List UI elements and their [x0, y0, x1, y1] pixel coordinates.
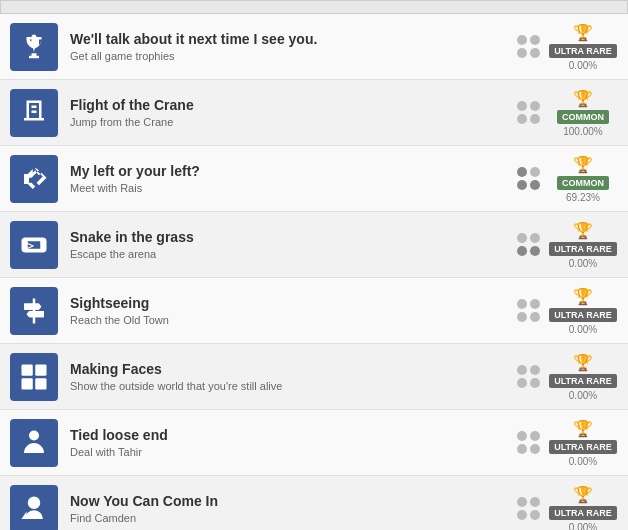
trophy-row: Sightseeing Reach the Old Town 🏆 ULTRA R…: [0, 278, 628, 344]
dot: [517, 510, 527, 520]
dot: [517, 312, 527, 322]
trophy-desc: Get all game trophies: [70, 50, 517, 62]
dot: [530, 312, 540, 322]
dot: [517, 167, 527, 177]
dots-grid: [517, 167, 540, 190]
svg-point-9: [29, 430, 39, 440]
dot: [530, 180, 540, 190]
dot: [530, 246, 540, 256]
rarity-block: 🏆 ULTRA RARE 0.00%: [548, 287, 618, 335]
dot: [530, 35, 540, 45]
trophy-right: 🏆 ULTRA RARE 0.00%: [517, 287, 618, 335]
trophy-info: Making Faces Show the outside world that…: [70, 361, 517, 392]
dot: [530, 299, 540, 309]
dot: [530, 233, 540, 243]
trophy-row: Tied loose end Deal with Tahir 🏆 ULTRA R…: [0, 410, 628, 476]
rarity-badge: COMMON: [557, 176, 609, 190]
trophy-title: Now You Can Come In: [70, 493, 517, 509]
dot: [517, 497, 527, 507]
rarity-percentage: 69.23%: [566, 192, 600, 203]
rarity-percentage: 0.00%: [569, 258, 597, 269]
trophy-right: 🏆 ULTRA RARE 0.00%: [517, 419, 618, 467]
trophy-row: ⊳ Snake in the grass Escape the arena 🏆 …: [0, 212, 628, 278]
rarity-badge: ULTRA RARE: [549, 440, 617, 454]
trophy-info: Sightseeing Reach the Old Town: [70, 295, 517, 326]
dot: [517, 365, 527, 375]
dot: [517, 299, 527, 309]
trophy-right: 🏆 COMMON 100.00%: [517, 89, 618, 137]
trophy-desc: Reach the Old Town: [70, 314, 517, 326]
dot: [530, 101, 540, 111]
trophy-right: 🏆 ULTRA RARE 0.00%: [517, 23, 618, 71]
dot: [530, 167, 540, 177]
dot: [530, 48, 540, 58]
trophy-desc: Find Camden: [70, 512, 517, 524]
dot: [517, 114, 527, 124]
trophy-info: We'll talk about it next time I see you.…: [70, 31, 517, 62]
dot: [530, 510, 540, 520]
dot: [530, 114, 540, 124]
trophy-title: Snake in the grass: [70, 229, 517, 245]
rarity-block: 🏆 ULTRA RARE 0.00%: [548, 353, 618, 401]
rarity-block: 🏆 ULTRA RARE 0.00%: [548, 419, 618, 467]
section-header: [0, 0, 628, 14]
trophy-cup-icon: 🏆: [573, 485, 593, 504]
trophy-icon: [10, 353, 58, 401]
trophy-cup-icon: 🏆: [573, 287, 593, 306]
dot: [517, 48, 527, 58]
trophy-cup-icon: 🏆: [573, 353, 593, 372]
trophy-right: 🏆 ULTRA RARE 0.00%: [517, 221, 618, 269]
dot: [517, 246, 527, 256]
trophy-title: We'll talk about it next time I see you.: [70, 31, 517, 47]
trophy-icon: [10, 155, 58, 203]
dots-grid: [517, 233, 540, 256]
dots-grid: [517, 299, 540, 322]
dots-grid: [517, 431, 540, 454]
svg-rect-8: [35, 378, 46, 389]
rarity-percentage: 0.00%: [569, 522, 597, 531]
rarity-block: 🏆 ULTRA RARE 0.00%: [548, 221, 618, 269]
dot: [517, 35, 527, 45]
trophy-title: Making Faces: [70, 361, 517, 377]
rarity-badge: ULTRA RARE: [549, 506, 617, 520]
trophy-info: Flight of the Crane Jump from the Crane: [70, 97, 517, 128]
rarity-block: 🏆 ULTRA RARE 0.00%: [548, 23, 618, 71]
dot: [530, 365, 540, 375]
dot: [517, 431, 527, 441]
svg-rect-7: [22, 378, 33, 389]
trophy-icon: [10, 419, 58, 467]
trophy-cup-icon: 🏆: [573, 419, 593, 438]
trophy-row: Now You Can Come In Find Camden 🏆 ULTRA …: [0, 476, 628, 530]
trophy-title: Tied loose end: [70, 427, 517, 443]
dots-grid: [517, 365, 540, 388]
svg-rect-5: [22, 364, 33, 375]
rarity-percentage: 0.00%: [569, 390, 597, 401]
svg-text:⊳: ⊳: [24, 239, 35, 253]
trophy-icon: [10, 89, 58, 137]
dot: [517, 233, 527, 243]
dot: [530, 497, 540, 507]
dot: [517, 444, 527, 454]
trophy-desc: Escape the arena: [70, 248, 517, 260]
svg-rect-6: [35, 364, 46, 375]
rarity-percentage: 0.00%: [569, 60, 597, 71]
dots-grid: [517, 497, 540, 520]
trophy-desc: Meet with Rais: [70, 182, 517, 194]
rarity-badge: COMMON: [557, 110, 609, 124]
dot: [517, 378, 527, 388]
trophy-cup-icon: 🏆: [573, 89, 593, 108]
trophy-icon: [10, 287, 58, 335]
rarity-block: 🏆 COMMON 100.00%: [548, 89, 618, 137]
rarity-block: 🏆 ULTRA RARE 0.00%: [548, 485, 618, 531]
trophy-cup-icon: 🏆: [573, 155, 593, 174]
rarity-badge: ULTRA RARE: [549, 242, 617, 256]
dot: [517, 180, 527, 190]
trophy-desc: Deal with Tahir: [70, 446, 517, 458]
trophy-cup-icon: 🏆: [573, 23, 593, 42]
dots-grid: [517, 35, 540, 58]
trophy-list: We'll talk about it next time I see you.…: [0, 14, 628, 530]
rarity-percentage: 0.00%: [569, 456, 597, 467]
trophy-icon: ⊳: [10, 221, 58, 269]
trophy-title: Flight of the Crane: [70, 97, 517, 113]
trophy-row: My left or your left? Meet with Rais 🏆 C…: [0, 146, 628, 212]
